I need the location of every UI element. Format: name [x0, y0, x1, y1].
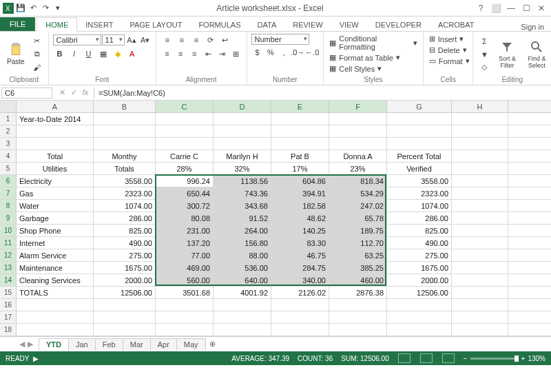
cell-G18[interactable] [387, 324, 452, 336]
excel-icon[interactable]: X [3, 3, 14, 14]
cell-A18[interactable] [17, 324, 94, 336]
cell-E6[interactable]: 604.86 [271, 175, 329, 187]
cell-B7[interactable]: 2323.00 [94, 187, 156, 199]
increase-font-icon[interactable]: A▴ [125, 34, 138, 46]
row-header-9[interactable]: 9 [0, 212, 17, 224]
find-select-button[interactable]: Find & Select [523, 39, 550, 70]
cell-A3[interactable] [17, 138, 94, 149]
cell-H6[interactable] [452, 175, 508, 187]
cell-D18[interactable] [214, 324, 271, 336]
cell-A16[interactable] [17, 299, 94, 311]
align-top-icon[interactable]: ≡ [160, 34, 174, 46]
cell-B14[interactable]: 2000.00 [94, 274, 156, 286]
accounting-icon[interactable]: $ [251, 46, 264, 59]
cell-G3[interactable] [387, 138, 452, 149]
bold-icon[interactable]: B [53, 48, 67, 60]
cell-A7[interactable]: Gas [17, 187, 94, 199]
cell-A4[interactable]: Total [17, 150, 94, 162]
tab-home[interactable]: HOME [37, 17, 77, 32]
row-header-2[interactable]: 2 [0, 125, 17, 137]
format-as-table-button[interactable]: ▦Format as Table ▾ [328, 52, 419, 63]
insert-function-icon[interactable]: fx [80, 88, 91, 97]
view-normal-icon[interactable] [398, 353, 410, 363]
cell-F16[interactable] [329, 299, 387, 311]
zoom-in-icon[interactable]: + [521, 355, 526, 362]
cell-H5[interactable] [452, 163, 508, 174]
cell-D11[interactable]: 156.80 [214, 237, 271, 249]
worksheet-grid[interactable]: ABCDEFGH1Year-to-Date 2014234TotalMonthy… [0, 101, 551, 336]
cell-C10[interactable]: 231.00 [156, 225, 214, 236]
col-header-H[interactable]: H [452, 101, 508, 112]
row-header-10[interactable]: 10 [0, 225, 17, 236]
cell-F5[interactable]: 23% [329, 163, 387, 174]
cell-C12[interactable]: 77.00 [156, 249, 214, 261]
decrease-decimal-icon[interactable]: ←.0 [305, 46, 319, 59]
cell-H2[interactable] [452, 125, 508, 137]
cell-E3[interactable] [271, 138, 329, 149]
close-icon[interactable]: ✕ [534, 3, 548, 13]
cell-E8[interactable]: 182.58 [271, 200, 329, 212]
cell-D8[interactable]: 343.68 [214, 200, 271, 212]
cell-H7[interactable] [452, 187, 508, 199]
cell-B4[interactable]: Monthy [94, 150, 156, 162]
tab-file[interactable]: FILE [0, 17, 35, 31]
cell-H15[interactable] [452, 287, 508, 298]
cell-D15[interactable]: 4001.92 [214, 287, 271, 298]
help-icon[interactable]: ? [474, 3, 488, 13]
comma-icon[interactable]: , [278, 46, 290, 59]
underline-icon[interactable]: U [82, 48, 96, 60]
cell-G1[interactable] [387, 113, 452, 125]
tab-data[interactable]: DATA [249, 18, 285, 31]
sheet-tab-may[interactable]: May [176, 338, 206, 351]
cell-C9[interactable]: 80.08 [156, 212, 214, 224]
row-header-6[interactable]: 6 [0, 175, 17, 187]
decrease-indent-icon[interactable]: ⇤ [202, 48, 215, 60]
row-header-14[interactable]: 14 [0, 274, 17, 286]
col-header-C[interactable]: C [156, 101, 214, 112]
cell-F2[interactable] [329, 125, 387, 137]
cell-C6[interactable]: 996.24 [156, 175, 214, 187]
redo-icon[interactable]: ↷ [40, 3, 51, 14]
insert-cells-button[interactable]: ⊞Insert ▾ [428, 34, 469, 44]
cell-A8[interactable]: Water [17, 200, 94, 212]
cell-C1[interactable] [156, 113, 214, 125]
cell-F14[interactable]: 460.00 [329, 274, 387, 286]
format-painter-icon[interactable]: 🖌 [30, 61, 44, 74]
cell-F11[interactable]: 112.70 [329, 237, 387, 249]
cell-H14[interactable] [452, 274, 508, 286]
sheet-nav-prev-icon[interactable]: ◀ [19, 340, 25, 349]
row-header-8[interactable]: 8 [0, 200, 17, 212]
conditional-formatting-button[interactable]: ▦Conditional Formatting ▾ [328, 34, 419, 52]
cell-F18[interactable] [329, 324, 387, 336]
cut-icon[interactable]: ✂ [30, 35, 44, 48]
cell-F4[interactable]: Donna A [329, 150, 387, 162]
cell-F15[interactable]: 2876.38 [329, 287, 387, 298]
zoom-control[interactable]: − + 130% [464, 355, 545, 362]
cell-E2[interactable] [271, 125, 329, 137]
cell-H13[interactable] [452, 262, 508, 274]
fill-color-icon[interactable]: ◆ [111, 48, 125, 60]
cell-E15[interactable]: 2126.02 [271, 287, 329, 298]
cell-B5[interactable]: Totals [94, 163, 156, 174]
sheet-tab-feb[interactable]: Feb [95, 338, 123, 351]
cell-A5[interactable]: Utilities [17, 163, 94, 174]
tab-review[interactable]: REVIEW [284, 18, 331, 31]
cell-C13[interactable]: 469.00 [156, 262, 214, 274]
cell-C3[interactable] [156, 138, 214, 149]
cell-C2[interactable] [156, 125, 214, 137]
cell-E9[interactable]: 48.62 [271, 212, 329, 224]
cell-B16[interactable] [94, 299, 156, 311]
cell-B18[interactable] [94, 324, 156, 336]
row-header-7[interactable]: 7 [0, 187, 17, 199]
sheet-tab-jan[interactable]: Jan [68, 338, 96, 351]
cell-C8[interactable]: 300.72 [156, 200, 214, 212]
cell-G4[interactable]: Percent Total [387, 150, 452, 162]
sort-filter-button[interactable]: Sort & Filter [494, 39, 520, 70]
row-header-3[interactable]: 3 [0, 138, 17, 149]
cell-C14[interactable]: 560.00 [156, 274, 214, 286]
align-middle-icon[interactable]: ≡ [175, 34, 189, 46]
cell-B11[interactable]: 490.00 [94, 237, 156, 249]
cell-G11[interactable]: 490.00 [387, 237, 452, 249]
view-page-break-icon[interactable] [442, 353, 455, 363]
tab-formulas[interactable]: FORMULAS [190, 18, 249, 31]
